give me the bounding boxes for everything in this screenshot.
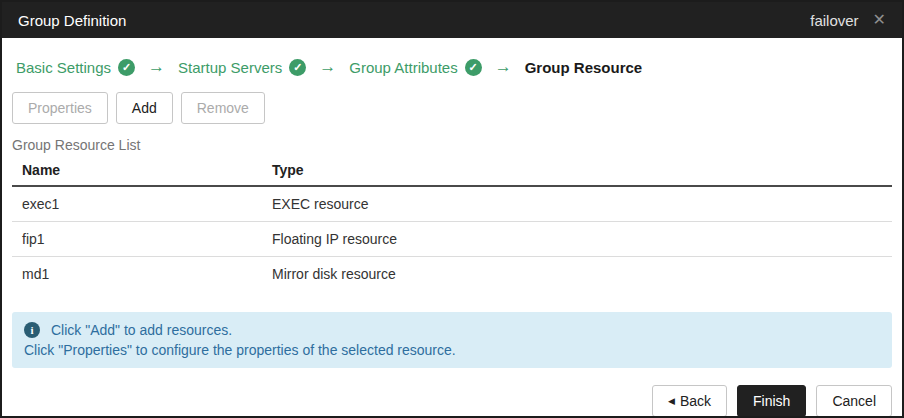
check-icon: ✓: [118, 59, 135, 76]
resource-name-cell: md1: [12, 257, 262, 292]
footer-buttons: ◀ Back Finish Cancel: [12, 385, 892, 417]
group-resource-table: Name Type exec1 EXEC resource fip1 Float…: [12, 156, 892, 291]
step-startup-servers[interactable]: Startup Servers ✓: [178, 59, 306, 76]
add-button[interactable]: Add: [116, 92, 173, 124]
step-label: Group Attributes: [349, 59, 457, 76]
wizard-steps: Basic Settings ✓ → Startup Servers ✓ → G…: [16, 54, 888, 80]
step-basic-settings[interactable]: Basic Settings ✓: [16, 59, 135, 76]
resource-type-cell: EXEC resource: [262, 186, 892, 222]
failover-context-label: failover: [810, 12, 858, 29]
titlebar: Group Definition failover ✕: [2, 2, 902, 38]
column-header-type[interactable]: Type: [262, 156, 892, 186]
arrow-right-icon: →: [495, 57, 512, 77]
info-text: Click "Add" to add resources.: [51, 320, 232, 340]
toolbar: Properties Add Remove: [12, 92, 892, 124]
step-label: Startup Servers: [178, 59, 282, 76]
step-group-attributes[interactable]: Group Attributes ✓: [349, 59, 481, 76]
step-group-resource: Group Resource: [525, 59, 643, 76]
step-label: Basic Settings: [16, 59, 111, 76]
step-label: Group Resource: [525, 59, 643, 76]
dialog-content: Basic Settings ✓ → Startup Servers ✓ → G…: [2, 54, 902, 417]
info-icon: i: [24, 322, 40, 338]
resource-name-cell: exec1: [12, 186, 262, 222]
resource-type-cell: Mirror disk resource: [262, 257, 892, 292]
close-icon[interactable]: ✕: [873, 12, 886, 28]
titlebar-right: failover ✕: [810, 12, 886, 29]
group-definition-dialog: Group Definition failover ✕ Basic Settin…: [0, 0, 904, 418]
table-row[interactable]: fip1 Floating IP resource: [12, 222, 892, 257]
table-row[interactable]: md1 Mirror disk resource: [12, 257, 892, 292]
properties-button[interactable]: Properties: [12, 92, 108, 124]
table-header-row: Name Type: [12, 156, 892, 186]
check-icon: ✓: [289, 59, 306, 76]
dialog-title: Group Definition: [18, 12, 126, 29]
back-button[interactable]: ◀ Back: [652, 385, 727, 417]
back-button-label: Back: [680, 393, 711, 409]
info-line-2: Click "Properties" to configure the prop…: [24, 340, 880, 360]
check-icon: ✓: [465, 59, 482, 76]
arrow-right-icon: →: [319, 57, 336, 77]
finish-button[interactable]: Finish: [737, 385, 806, 417]
resource-name-cell: fip1: [12, 222, 262, 257]
group-resource-list-label: Group Resource List: [12, 137, 892, 153]
arrow-right-icon: →: [148, 57, 165, 77]
cancel-button[interactable]: Cancel: [816, 385, 892, 417]
info-line-1: i Click "Add" to add resources.: [24, 320, 880, 340]
column-header-name[interactable]: Name: [12, 156, 262, 186]
table-row[interactable]: exec1 EXEC resource: [12, 186, 892, 222]
back-arrow-icon: ◀: [668, 397, 675, 406]
info-box: i Click "Add" to add resources. Click "P…: [12, 312, 892, 368]
resource-type-cell: Floating IP resource: [262, 222, 892, 257]
remove-button[interactable]: Remove: [181, 92, 265, 124]
